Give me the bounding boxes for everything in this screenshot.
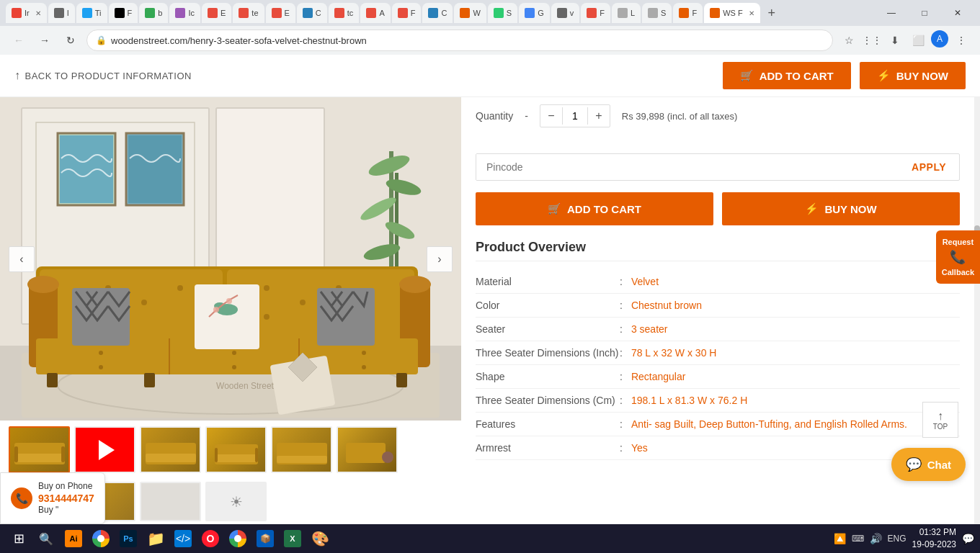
cart-icon-top: 🛒: [740, 69, 754, 82]
tab-14[interactable]: C: [422, 3, 453, 23]
url-text: woodenstreet.com/henry-3-seater-sofa-vel…: [111, 35, 367, 46]
taskbar-vscode[interactable]: </>: [170, 526, 196, 552]
tab-close-gmail[interactable]: ✕: [35, 9, 41, 17]
tab-favicon-21: [648, 8, 658, 18]
quantity-value: 1: [562, 107, 588, 125]
tab-favicon-13: [398, 8, 408, 18]
thumbnail-10[interactable]: ☀: [205, 482, 267, 521]
close-button[interactable]: ✕: [941, 2, 974, 24]
request-callback-button[interactable]: Request 📞 Callback: [936, 230, 980, 284]
back-to-product-button[interactable]: ↑ BACK TO PRODUCT INFORMATION: [14, 69, 192, 82]
thumbnail-4[interactable]: [205, 426, 267, 473]
tab-gmail[interactable]: Ir ✕: [6, 3, 47, 23]
thumbnail-5[interactable]: [271, 426, 332, 473]
taskbar-paint[interactable]: 🎨: [307, 526, 333, 552]
taskbar-chrome2[interactable]: [225, 526, 251, 552]
buy-now-top-button[interactable]: ⚡ BUY NOW: [860, 62, 966, 89]
tab-7[interactable]: E: [202, 3, 231, 23]
scroll-to-top-button[interactable]: ↑ TOP: [922, 402, 958, 438]
tab-favicon-8: [239, 8, 249, 18]
back-nav-button[interactable]: ←: [9, 30, 29, 50]
tab-9[interactable]: E: [266, 3, 295, 23]
scrollbar[interactable]: [974, 97, 980, 524]
thumbnail-video[interactable]: [74, 426, 135, 473]
taskbar-explorer[interactable]: 📁: [143, 526, 169, 552]
forward-nav-button[interactable]: →: [35, 30, 55, 50]
tab-active[interactable]: WS F ✕: [704, 3, 760, 23]
thumbnail-6[interactable]: [337, 426, 398, 473]
tab-19[interactable]: F: [581, 3, 610, 23]
taskbar-app1[interactable]: 📦: [252, 526, 278, 552]
sofa-svg: Wooden Street: [0, 97, 461, 421]
taskbar-opera[interactable]: O: [197, 526, 223, 552]
profile-button[interactable]: A: [931, 30, 948, 48]
tab-6[interactable]: Ic: [169, 3, 200, 23]
tab-3[interactable]: Ti: [76, 3, 107, 23]
svg-rect-60: [14, 454, 65, 462]
tab-4[interactable]: F: [109, 3, 138, 23]
address-bar[interactable]: 🔒 woodenstreet.com/henry-3-seater-sofa-v…: [86, 30, 833, 51]
thumbnail-3[interactable]: [140, 426, 201, 473]
tab-21[interactable]: S: [642, 3, 672, 23]
notification-button[interactable]: 💬: [962, 533, 974, 544]
pincode-section: APPLY: [476, 153, 960, 181]
minimize-button[interactable]: —: [875, 2, 908, 24]
add-to-cart-top-button[interactable]: 🛒 ADD TO CART: [723, 62, 851, 89]
buy-on-phone[interactable]: 📞 Buy on Phone 9314444747 Buy ": [0, 472, 105, 524]
chat-button[interactable]: 💬 Chat: [891, 448, 966, 481]
taskbar-right: 🔼 ⌨ 🔊 ENG 01:32 PM 19-09-2023 💬: [834, 526, 974, 551]
svg-rect-70: [277, 456, 327, 463]
taskbar-illustrator[interactable]: Ai: [61, 526, 86, 552]
tab-label-7: E: [220, 9, 226, 17]
tab-22[interactable]: F: [673, 3, 703, 23]
taskbar-chrome[interactable]: [88, 526, 114, 552]
next-image-button[interactable]: ›: [427, 246, 453, 272]
prev-image-button[interactable]: ‹: [9, 246, 35, 272]
bookmark-button[interactable]: ☆: [839, 30, 859, 50]
tab-favicon-20: [618, 8, 628, 18]
tab-10[interactable]: C: [297, 3, 327, 23]
download-button[interactable]: ⬇: [885, 30, 905, 50]
tab-16[interactable]: S: [488, 3, 517, 23]
taskbar-search[interactable]: 🔍: [33, 526, 59, 552]
taskbar-photoshop[interactable]: Ps: [115, 526, 141, 552]
thumbnail-1[interactable]: [9, 426, 70, 473]
tab-17[interactable]: G: [519, 3, 550, 23]
tab-11[interactable]: tc: [329, 3, 360, 23]
pincode-input-wrap: APPLY: [476, 153, 960, 181]
split-view-button[interactable]: ⬜: [908, 30, 928, 50]
quantity-increase-button[interactable]: +: [588, 105, 610, 127]
opera-icon: O: [202, 530, 219, 547]
quantity-decrease-button[interactable]: −: [540, 105, 562, 127]
maximize-button[interactable]: □: [908, 2, 941, 24]
start-button[interactable]: ⊞: [6, 526, 32, 552]
reload-button[interactable]: ↻: [61, 30, 81, 50]
tab-5[interactable]: b: [139, 3, 168, 23]
tab-2[interactable]: I: [48, 3, 75, 23]
taskbar-volume: 🔊: [870, 533, 882, 544]
tab-20[interactable]: L: [612, 3, 641, 23]
tab-18[interactable]: v: [551, 3, 580, 23]
tab-8[interactable]: te: [233, 3, 264, 23]
new-tab-button[interactable]: +: [762, 3, 782, 23]
tab-13[interactable]: F: [392, 3, 422, 23]
thumbnail-9[interactable]: [140, 482, 201, 521]
spec-colon-color: :: [620, 300, 623, 311]
spec-colon-seater: :: [620, 323, 623, 335]
tab-close-active[interactable]: ✕: [749, 9, 754, 17]
taskbar-excel[interactable]: X: [280, 526, 306, 552]
buy-now-button[interactable]: ⚡ BUY NOW: [722, 192, 960, 225]
svg-rect-51: [195, 284, 259, 349]
menu-button[interactable]: ⋮: [951, 30, 971, 50]
extension-button[interactable]: ⋮⋮: [862, 30, 882, 50]
pincode-input[interactable]: [476, 154, 899, 180]
pincode-apply-button[interactable]: APPLY: [899, 154, 959, 180]
add-to-cart-button[interactable]: 🛒 ADD TO CART: [476, 192, 713, 225]
svg-rect-62: [61, 446, 65, 462]
tab-label-11: tc: [347, 9, 354, 17]
tab-15[interactable]: W: [454, 3, 486, 23]
tab-bar: Ir ✕ I Ti F b Ic E te: [0, 0, 980, 26]
tab-favicon-7: [208, 8, 218, 18]
tab-12[interactable]: A: [360, 3, 390, 23]
spec-value-color: Chestnut brown: [631, 300, 702, 311]
